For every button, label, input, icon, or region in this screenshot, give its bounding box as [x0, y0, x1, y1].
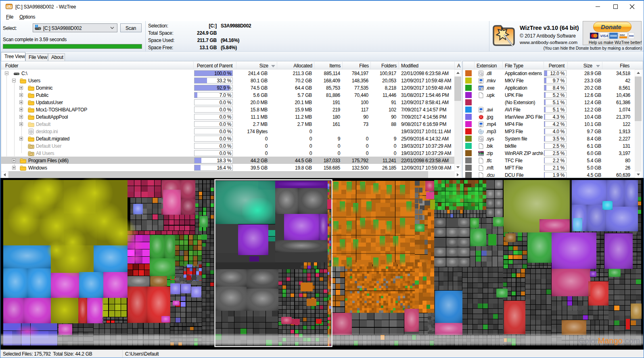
- svg-text:DISC: DISC: [620, 34, 625, 36]
- svg-text:BNK: BNK: [629, 35, 634, 37]
- svg-text:ColorMango.com: ColorMango.com: [579, 336, 640, 345]
- svg-text:VISA: VISA: [600, 34, 608, 38]
